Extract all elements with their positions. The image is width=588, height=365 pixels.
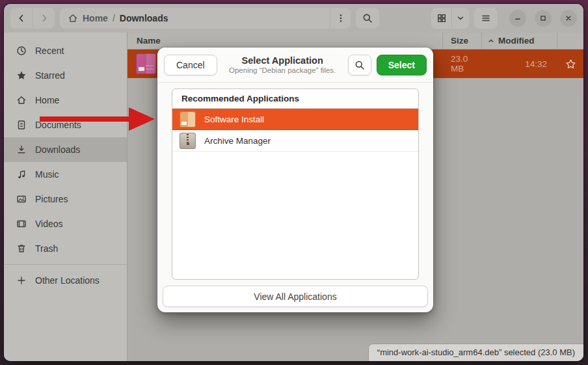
maximize-button[interactable] — [535, 10, 552, 27]
cancel-button[interactable]: Cancel — [164, 55, 217, 75]
kebab-menu-icon — [336, 13, 346, 23]
pictures-icon — [16, 194, 27, 204]
column-header-name-label: Name — [137, 36, 161, 46]
sidebar-item-label: Downloads — [35, 144, 80, 155]
files-window: Home / Downloads — [4, 4, 583, 361]
search-icon — [362, 13, 373, 23]
status-bar: “mind-work-ai-studio_arm64.deb” selected… — [368, 344, 583, 361]
breadcrumb-home[interactable]: Home — [83, 13, 108, 23]
sidebar-item-label: Videos — [35, 219, 63, 229]
sidebar-item-label: Recent — [35, 46, 64, 56]
grid-view-button[interactable] — [431, 8, 451, 29]
sidebar-item-downloads[interactable]: Downloads — [4, 137, 127, 162]
sidebar-item-documents[interactable]: Documents — [4, 113, 127, 137]
path-bar[interactable]: Home / Downloads — [60, 8, 351, 29]
maximize-icon — [539, 14, 548, 23]
file-star-cell[interactable] — [557, 59, 583, 70]
dialog-header: Cancel Select Application Opening “Debia… — [157, 47, 433, 83]
file-size-cell: 23.0 MB — [443, 54, 482, 74]
sidebar-item-label: Pictures — [35, 194, 68, 204]
plus-icon — [16, 275, 27, 286]
minimize-button[interactable] — [509, 10, 526, 27]
sidebar: Recent Starred Home Documents Downloads … — [4, 33, 127, 361]
view-all-applications-button[interactable]: View All Applications — [163, 286, 428, 307]
sidebar-item-pictures[interactable]: Pictures — [4, 187, 127, 211]
back-button[interactable] — [10, 8, 33, 29]
dialog-subtitle: Opening “Debian package” files. — [222, 66, 343, 74]
app-row-archive-manager[interactable]: Archive Manager — [172, 130, 418, 152]
view-options-button[interactable] — [451, 8, 469, 29]
sidebar-separator — [4, 264, 127, 265]
trash-icon — [16, 243, 27, 254]
close-button[interactable] — [560, 10, 577, 27]
view-toggle-split-button — [431, 8, 469, 29]
select-application-dialog: Cancel Select Application Opening “Debia… — [157, 47, 433, 312]
sidebar-item-recent[interactable]: Recent — [4, 38, 127, 63]
close-icon — [564, 14, 573, 23]
archive-manager-icon — [180, 133, 196, 149]
sidebar-item-trash[interactable]: Trash — [4, 236, 127, 261]
sidebar-item-label: Other Locations — [35, 275, 100, 286]
app-row-software-install[interactable]: Software Install — [172, 109, 418, 130]
recent-clock-icon — [16, 46, 27, 56]
window-controls — [509, 10, 577, 27]
sidebar-item-videos[interactable]: Videos — [4, 211, 127, 236]
app-name: Software Install — [204, 115, 264, 124]
breadcrumb: Home / Downloads — [60, 13, 330, 23]
column-header-modified[interactable]: Modified — [482, 33, 557, 49]
column-header-modified-label: Modified — [498, 36, 535, 46]
star-icon — [16, 70, 27, 81]
sidebar-item-label: Home — [35, 95, 59, 105]
dialog-body: Recommended Applications Software Instal… — [157, 83, 433, 312]
column-header-star[interactable] — [557, 33, 583, 49]
star-outline-icon — [565, 59, 576, 70]
sidebar-item-label: Documents — [35, 120, 81, 130]
sidebar-item-label: Trash — [35, 243, 58, 254]
home-icon — [16, 95, 27, 105]
search-icon — [354, 60, 365, 70]
sidebar-item-starred[interactable]: Starred — [4, 63, 127, 88]
dialog-title: Select Application — [222, 55, 343, 66]
document-icon — [16, 120, 27, 130]
file-modified-cell: 14:32 — [482, 59, 557, 69]
home-icon — [68, 13, 78, 23]
sort-ascending-icon — [487, 37, 495, 45]
main-menu-button[interactable] — [474, 8, 498, 29]
column-header-size[interactable]: Size — [443, 33, 482, 49]
dialog-search-button[interactable] — [348, 55, 371, 75]
column-header-name[interactable]: Name — [127, 33, 443, 49]
videos-icon — [16, 219, 27, 229]
software-install-icon — [180, 111, 196, 128]
header-bar: Home / Downloads — [4, 4, 583, 33]
dialog-title-block: Select Application Opening “Debian packa… — [222, 55, 343, 74]
chevron-down-icon — [456, 14, 465, 23]
sidebar-item-music[interactable]: Music — [4, 162, 127, 187]
download-icon — [16, 144, 27, 155]
application-list: Recommended Applications Software Instal… — [172, 88, 419, 280]
app-name: Archive Manager — [204, 136, 271, 146]
recommended-applications-header: Recommended Applications — [172, 89, 418, 109]
sidebar-item-label: Starred — [35, 70, 65, 81]
chevron-right-icon — [39, 13, 49, 23]
breadcrumb-current[interactable]: Downloads — [120, 13, 168, 23]
minimize-icon — [513, 14, 522, 23]
sidebar-item-home[interactable]: Home — [4, 88, 127, 113]
sidebar-item-label: Music — [35, 169, 59, 180]
breadcrumb-separator: / — [113, 13, 115, 23]
search-button[interactable] — [356, 8, 379, 29]
deb-package-icon — [136, 53, 156, 74]
path-menu-button[interactable] — [330, 8, 351, 29]
music-icon — [16, 169, 27, 180]
toolbar-right-cluster — [431, 8, 577, 29]
select-button[interactable]: Select — [377, 55, 427, 75]
hamburger-menu-icon — [481, 13, 491, 23]
forward-button[interactable] — [33, 8, 55, 29]
chevron-left-icon — [16, 13, 27, 23]
history-nav-group — [10, 8, 55, 29]
grid-view-icon — [436, 13, 447, 23]
column-header-size-label: Size — [451, 36, 468, 46]
sidebar-item-other-locations[interactable]: Other Locations — [4, 268, 127, 293]
